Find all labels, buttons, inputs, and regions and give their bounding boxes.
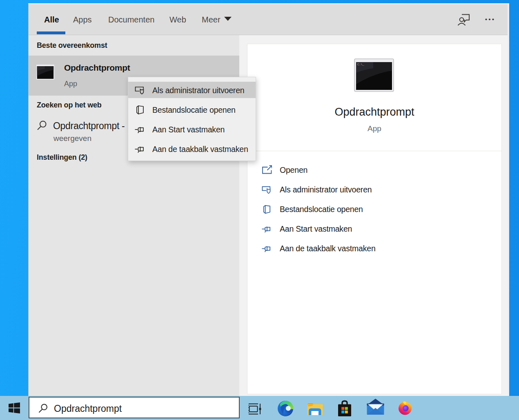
svg-text:C:\_: C:\_ — [357, 63, 365, 66]
